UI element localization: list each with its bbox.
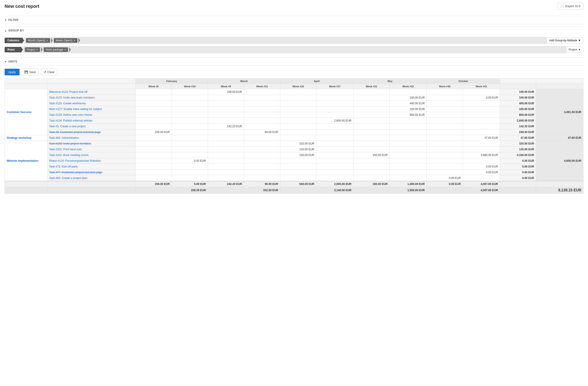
amount-cell — [208, 170, 244, 175]
period-header-row: February March April May October — [5, 79, 583, 84]
export-icon: 📄 — [560, 4, 564, 8]
amount-cell — [353, 164, 389, 170]
amount-cell: 90.00 EUR — [244, 129, 280, 135]
amount-cell — [136, 118, 172, 124]
amount-cell — [353, 124, 389, 129]
amount-cell — [136, 112, 172, 118]
amount-cell — [427, 135, 463, 141]
rows-label: Rows — [5, 47, 21, 52]
amount-cell — [280, 158, 316, 164]
save-button[interactable]: 💾 Save — [21, 68, 39, 76]
row-total-cell: 2,600.00 EUR — [500, 118, 536, 124]
row-total-cell: 320.00 EUR — [500, 141, 536, 147]
row-total-cell: 0.00 EUR — [500, 158, 536, 164]
project-name-link[interactable]: Strategy workshop — [7, 136, 31, 139]
task-link[interactable]: Task #64: Administration — [49, 136, 79, 139]
empty-header-2 — [47, 79, 136, 84]
amount-cell — [427, 164, 463, 170]
task-link[interactable]: Task #125: Create wireframes — [49, 102, 86, 105]
task-link[interactable]: Task #4: Customize project overview page — [49, 130, 101, 134]
amount-cell: 400.00 EUR — [389, 101, 427, 106]
project-name-link[interactable]: Website implementation — [7, 159, 38, 162]
amount-cell — [244, 158, 280, 164]
week-22-header: Week #22 — [389, 84, 427, 89]
columns-tag-week-remove[interactable]: ✕ — [74, 39, 76, 42]
amount-cell: 120.00 EUR — [280, 147, 316, 152]
rows-tag-workpackage-remove[interactable]: ✕ — [64, 48, 66, 51]
units-label: UNITS — [8, 60, 17, 63]
group-by-header[interactable]: ▲ GROUP BY — [5, 26, 583, 34]
amount-cell — [136, 147, 172, 152]
task-name-cell: Task #102: Book meeting rooms — [47, 152, 136, 158]
project-total-cell: 4,491.50 EUR — [536, 89, 583, 135]
row-total-cell: 142.20 EUR — [500, 124, 536, 129]
amount-cell: 3,960.00 EUR — [463, 152, 500, 158]
amount-cell — [389, 164, 427, 170]
amount-cell — [208, 175, 244, 181]
task-link[interactable]: Task #101: Print hand outs — [49, 148, 82, 151]
week-40-header: Week #40 — [427, 84, 463, 89]
amount-cell — [427, 118, 463, 124]
task-link[interactable]: Task #134: Publish external articles — [49, 119, 92, 122]
amount-cell — [389, 175, 427, 181]
table-row: Task #102: Book meeting rooms100.00 EUR1… — [5, 152, 583, 158]
apply-button[interactable]: Apply — [5, 69, 20, 75]
task-link[interactable]: Milestone #120: Project kick-off — [49, 90, 87, 93]
amount-cell: 0.00 EUR — [427, 175, 463, 181]
amount-cell — [353, 118, 389, 124]
amount-cell — [280, 164, 316, 170]
row-total-cell: 120.00 EUR — [500, 147, 536, 152]
row-total-cell: 100.00 EUR — [500, 95, 536, 101]
task-link[interactable]: Wish #127: Enable inline editing for sub… — [49, 107, 102, 111]
amount-cell — [353, 112, 389, 118]
footer-row-1: 159.30 EUR0.00 EUR242.20 EUR90.00 EUR540… — [5, 181, 583, 187]
project-name-link[interactable]: Customer Success — [7, 110, 31, 114]
amount-cell — [389, 170, 427, 175]
amount-cell — [172, 175, 208, 181]
empty-week-1 — [5, 84, 47, 89]
period-may: May — [353, 79, 427, 84]
task-link[interactable]: Task #73: Kick-off party — [49, 165, 78, 168]
task-link[interactable]: Task #123: Invite new team members — [49, 96, 95, 99]
rows-tag-project-remove[interactable]: ✕ — [36, 48, 38, 51]
amount-cell — [316, 112, 353, 118]
report-table-container: February March April May October Week #6… — [5, 78, 583, 194]
amount-cell: 100.00 EUR — [208, 89, 244, 95]
amount-cell — [172, 135, 208, 141]
units-section-header[interactable]: ▼ UNITS — [5, 57, 583, 65]
task-link[interactable]: Task #3: Create a new project — [49, 125, 86, 128]
project-select[interactable]: Project ▼ — [566, 47, 583, 53]
footer-amount-cell: 4,007.65 EUR — [463, 181, 500, 187]
task-link[interactable]: Task #100: Invite project members — [49, 142, 91, 145]
project-select-chevron-icon: ▼ — [578, 48, 581, 51]
task-name-cell: Wish #127: Enable inline editing for sub… — [47, 106, 136, 112]
export-xls-button[interactable]: 📄 Export XLS — [557, 3, 583, 9]
amount-cell — [172, 89, 208, 95]
task-link[interactable]: Phase #110: Forschungswochen Robotics — [49, 159, 101, 162]
footer-amount-cell: 2,600.00 EUR — [316, 181, 353, 187]
filter-section-header[interactable]: ▼ FILTER — [5, 16, 583, 24]
amount-cell — [244, 141, 280, 147]
amount-cell — [208, 158, 244, 164]
columns-tag-month-remove[interactable]: ✕ — [46, 39, 48, 42]
amount-cell — [353, 175, 389, 181]
footer-row-2: 159.30 EUR332.20 EUR3,140.00 EUR1,500.00… — [5, 187, 583, 194]
clear-button[interactable]: ↺ Clear — [41, 68, 58, 76]
task-link[interactable]: Task #129: Define new color theme — [49, 113, 92, 116]
amount-cell — [172, 106, 208, 112]
add-group-by-attribute-button[interactable]: Add Group-by Attribute ▼ — [547, 38, 583, 43]
amount-cell — [389, 152, 427, 158]
task-name-cell: Task #64: Administration — [47, 135, 136, 141]
amount-cell — [353, 141, 389, 147]
amount-cell — [244, 106, 280, 112]
task-link[interactable]: Task #77: Customize project overview pag… — [49, 171, 102, 174]
task-link[interactable]: Task #102: Book meeting rooms — [49, 153, 88, 157]
amount-cell — [353, 129, 389, 135]
amount-cell — [353, 101, 389, 106]
week-11-header: Week #11 — [244, 84, 280, 89]
amount-cell — [208, 152, 244, 158]
row-total-cell: 249.30 EUR — [500, 129, 536, 135]
task-link[interactable]: Task #83: Create a project plan — [49, 176, 87, 180]
amount-cell — [136, 158, 172, 164]
week-41-header: Week #41 — [463, 84, 500, 89]
